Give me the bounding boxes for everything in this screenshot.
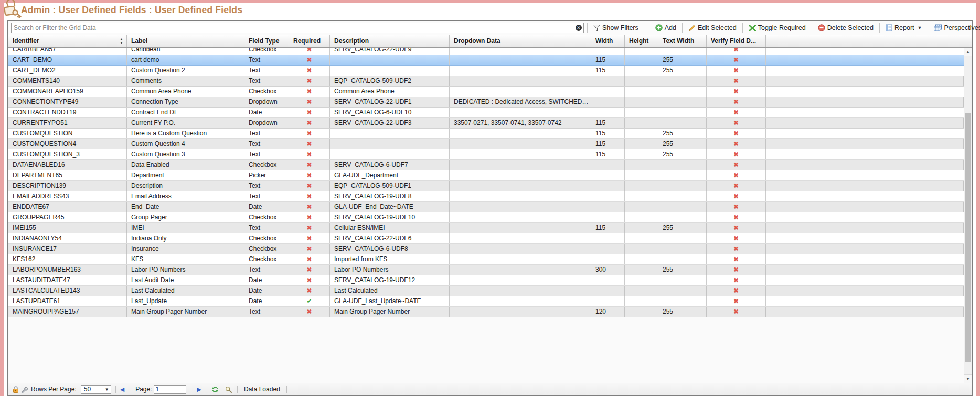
table-row[interactable]: LABORPONUMBER163Labor PO NumbersText✖Lab… bbox=[8, 265, 964, 275]
footer-separator bbox=[193, 386, 193, 393]
table-row[interactable]: INSURANCE17InsuranceCheckbox✖SERV_CATALO… bbox=[8, 244, 964, 254]
table-row[interactable]: DEPARTMENT65DepartmentPicker✖GLA-UDF_Dep… bbox=[8, 170, 964, 181]
cell-width bbox=[591, 254, 625, 264]
cell-description: SERV_CATALOG-6-UDF8 bbox=[330, 244, 450, 254]
cell-label: Insurance bbox=[127, 244, 244, 254]
perspectives-button[interactable]: Perspectives ▼ bbox=[931, 24, 980, 31]
column-header-label[interactable]: Label bbox=[127, 35, 244, 47]
refresh-icon[interactable] bbox=[211, 386, 219, 393]
column-header-identifier[interactable]: Identifier▲▼ bbox=[8, 35, 127, 47]
cell-required: ✖ bbox=[289, 233, 330, 243]
table-row[interactable]: EMAILADDRESS43Email AddressText✖SERV_CAT… bbox=[8, 191, 964, 202]
edit-selected-button[interactable]: Edit Selected bbox=[686, 24, 739, 31]
column-header-verify[interactable]: Verify Field D... bbox=[707, 35, 766, 47]
table-row[interactable]: LASTAUDITDATE47Last Audit DateDate✖SERV_… bbox=[8, 275, 964, 286]
cell-filler bbox=[766, 66, 964, 76]
cell-verify: ✖ bbox=[707, 212, 766, 222]
vertical-scrollbar[interactable]: ▲ ▼ bbox=[964, 48, 972, 383]
cell-field_type: Text bbox=[244, 223, 289, 233]
table-row[interactable]: CONNECTIONTYPE49Connection TypeDropdown✖… bbox=[8, 97, 964, 108]
rows-per-page-select[interactable]: 50 ▼ bbox=[81, 385, 111, 394]
cross-icon: ✖ bbox=[306, 266, 312, 273]
table-row[interactable]: CONTRACTENDDT19Contract End DtDate✖SERV_… bbox=[8, 108, 964, 118]
table-row[interactable]: CARIBBEAN57CaribbeanCheckbox✖SERV_CATALO… bbox=[8, 48, 964, 55]
footer-separator bbox=[206, 386, 206, 393]
cell-dropdown_data bbox=[450, 87, 591, 97]
table-row[interactable]: CUSTOMQUESTION4Custom Question 4Text✖115… bbox=[8, 139, 964, 149]
table-row[interactable]: COMMENTS140CommentsText✖EQP_CATALOG-509-… bbox=[8, 76, 964, 87]
toggle-required-icon bbox=[749, 25, 756, 31]
cell-required: ✖ bbox=[289, 212, 330, 222]
cell-verify: ✖ bbox=[707, 181, 766, 191]
next-page-icon[interactable]: ▶ bbox=[197, 387, 201, 392]
cell-text_width bbox=[658, 244, 707, 254]
cell-text_width bbox=[658, 160, 707, 170]
table-row[interactable]: DATAENABLED16Data EnabledCheckbox✖SERV_C… bbox=[8, 160, 964, 170]
column-header-required[interactable]: Required bbox=[289, 35, 330, 47]
column-header-width[interactable]: Width bbox=[591, 35, 625, 47]
table-row[interactable]: CUSTOMQUESTION_3Custom Question 3Text✖11… bbox=[8, 149, 964, 160]
table-row[interactable]: CART_DEMO2Custom Question 2Text✖115255✖ bbox=[8, 66, 964, 76]
table-row[interactable]: CURRENTFYPO51Current FY P.O.Dropdown✖SER… bbox=[8, 118, 964, 129]
wrench-icon[interactable] bbox=[21, 386, 28, 393]
table-row[interactable]: IMEI155IMEIText✖Cellular ESN/IMEI115255✖ bbox=[8, 223, 964, 233]
table-row[interactable]: COMMONAREAPHO159Common Area PhoneCheckbo… bbox=[8, 87, 964, 97]
cell-text_width bbox=[658, 87, 707, 97]
table-row[interactable]: KFS162KFSCheckbox✖Imported from KFS✖ bbox=[8, 254, 964, 265]
cell-width bbox=[591, 87, 625, 97]
cell-verify: ✖ bbox=[707, 265, 766, 275]
cell-field_type: Dropdown bbox=[244, 118, 289, 128]
cross-icon: ✖ bbox=[306, 140, 312, 147]
previous-page-icon[interactable]: ◀ bbox=[120, 387, 124, 392]
add-button[interactable]: Add bbox=[653, 24, 679, 31]
column-header-text_width[interactable]: Text Width bbox=[658, 35, 707, 47]
cell-field_type: Text bbox=[244, 181, 289, 191]
toolbar-separator bbox=[879, 23, 880, 33]
cell-height bbox=[625, 265, 658, 275]
cell-required: ✖ bbox=[289, 97, 330, 107]
column-header-height[interactable]: Height bbox=[625, 35, 658, 47]
column-header-description[interactable]: Description bbox=[330, 35, 450, 47]
table-row[interactable]: ENDDATE67End_DateDate✖GLA-UDF_End_Date~D… bbox=[8, 202, 964, 212]
table-row[interactable]: DESCRIPTION139DescriptionText✖EQP_CATALO… bbox=[8, 181, 964, 191]
cell-filler bbox=[766, 160, 964, 170]
table-row[interactable]: INDIANAONLY54Indiana OnlyCheckbox✖SERV_C… bbox=[8, 233, 964, 244]
cell-label: Email Address bbox=[127, 191, 244, 201]
table-row[interactable]: LASTUPDATE61Last_UpdateDate✔GLA-UDF_Last… bbox=[8, 296, 964, 307]
cell-dropdown_data bbox=[450, 202, 591, 212]
cell-height bbox=[625, 76, 658, 86]
scroll-up-icon[interactable]: ▲ bbox=[964, 48, 972, 56]
column-header-dropdown_data[interactable]: Dropdown Data bbox=[450, 35, 591, 47]
table-row[interactable]: LASTCALCULATED143Last CalculatedDate✖Las… bbox=[8, 286, 964, 296]
cell-dropdown_data bbox=[450, 286, 591, 296]
scroll-down-icon[interactable]: ▼ bbox=[964, 374, 972, 383]
grid-viewport: CARIBBEAN57CaribbeanCheckbox✖SERV_CATALO… bbox=[8, 48, 972, 383]
cell-filler bbox=[766, 118, 964, 128]
cell-description bbox=[330, 66, 450, 76]
column-header-field_type[interactable]: Field Type bbox=[244, 35, 289, 47]
search-input[interactable] bbox=[11, 23, 584, 33]
delete-selected-button[interactable]: Delete Selected bbox=[815, 24, 876, 31]
show-filters-button[interactable]: Show Filters bbox=[591, 24, 641, 31]
cell-label: Custom Question 2 bbox=[127, 66, 244, 76]
table-row[interactable]: CUSTOMQUESTIONHere is a Custom QuestionT… bbox=[8, 129, 964, 139]
cell-identifier: KFS162 bbox=[8, 254, 127, 264]
cell-filler bbox=[766, 97, 964, 107]
toggle-required-button[interactable]: Toggle Required bbox=[746, 24, 808, 31]
report-button[interactable]: Report ▼ bbox=[883, 24, 924, 31]
scrollbar-thumb[interactable] bbox=[965, 113, 971, 362]
cell-text_width bbox=[658, 181, 707, 191]
cell-width: 300 bbox=[591, 265, 625, 275]
table-row[interactable]: GROUPPAGER45Group PagerCheckbox✖SERV_CAT… bbox=[8, 212, 964, 223]
cross-icon: ✖ bbox=[733, 48, 739, 53]
lock-icon[interactable] bbox=[13, 386, 19, 393]
table-row[interactable]: MAINGROUPPAGE157Main Group Pager NumberT… bbox=[8, 307, 964, 317]
table-row[interactable]: CART_DEMOcart demoText✖115255✖ bbox=[8, 55, 964, 66]
magnifier-icon[interactable] bbox=[225, 386, 232, 393]
page-number-input[interactable] bbox=[154, 385, 186, 394]
cross-icon: ✖ bbox=[733, 234, 739, 242]
cell-required: ✔ bbox=[289, 296, 330, 306]
sort-icon[interactable]: ▲▼ bbox=[120, 38, 123, 45]
cell-verify: ✖ bbox=[707, 223, 766, 233]
clear-search-icon[interactable]: ✕ bbox=[576, 25, 582, 31]
